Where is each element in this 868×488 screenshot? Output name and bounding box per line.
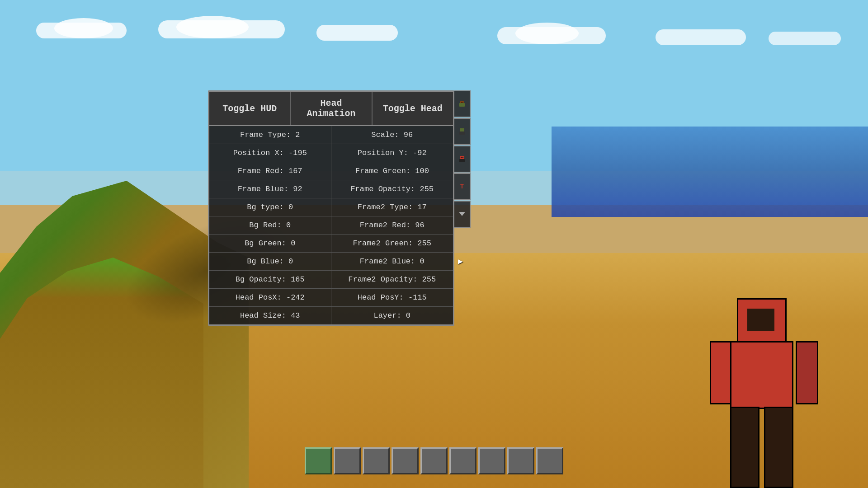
hud-panel: Toggle HUD Head Animation Toggle Head Fr… bbox=[208, 90, 454, 326]
hotbar-slot-3[interactable] bbox=[392, 447, 419, 474]
cloud-3 bbox=[316, 25, 398, 41]
svg-rect-8 bbox=[461, 157, 462, 158]
hotbar-slot-7[interactable] bbox=[507, 447, 534, 474]
clouds bbox=[0, 18, 868, 72]
bg-opacity: Bg Opacity: 165 bbox=[209, 271, 331, 289]
hotbar-slot-0[interactable] bbox=[305, 447, 332, 474]
bg-type: Bg type: 0 bbox=[209, 198, 331, 216]
side-btn-4[interactable]: T bbox=[454, 173, 471, 200]
hotbar-slot-5[interactable] bbox=[449, 447, 476, 474]
frame2-type: Frame2 Type: 17 bbox=[331, 198, 453, 216]
svg-rect-7 bbox=[459, 159, 465, 162]
side-btn-3[interactable] bbox=[454, 145, 471, 173]
hotbar bbox=[305, 447, 563, 474]
hotbar-slot-8[interactable] bbox=[536, 447, 563, 474]
svg-marker-10 bbox=[459, 212, 465, 216]
char-face bbox=[747, 309, 774, 331]
frame2-red: Frame2 Red: 96 bbox=[331, 216, 453, 235]
bg-blue: Bg Blue: 0 bbox=[209, 253, 331, 271]
layer: Layer: 0 bbox=[331, 307, 453, 324]
hotbar-slot-2[interactable] bbox=[363, 447, 390, 474]
hotbar-slot-4[interactable] bbox=[420, 447, 448, 474]
side-btn-1[interactable] bbox=[454, 90, 471, 117]
bg-green: Bg Green: 0 bbox=[209, 235, 331, 253]
frame-type: Frame Type: 2 bbox=[209, 126, 331, 144]
hotbar-slot-1[interactable] bbox=[334, 447, 361, 474]
data-grid: Frame Type: 2 Scale: 96 Position X: -195… bbox=[209, 126, 453, 324]
minecraft-character bbox=[714, 298, 814, 488]
char-arm-left bbox=[710, 341, 732, 404]
cloud-6 bbox=[769, 32, 841, 45]
svg-rect-9 bbox=[462, 157, 463, 158]
scale: Scale: 96 bbox=[331, 126, 453, 144]
side-buttons: T bbox=[454, 90, 471, 228]
frame-red: Frame Red: 167 bbox=[209, 162, 331, 180]
char-head bbox=[737, 298, 787, 343]
char-body bbox=[730, 341, 793, 409]
svg-rect-1 bbox=[459, 103, 465, 107]
frame2-green: Frame2 Green: 255 bbox=[331, 235, 453, 253]
char-leg-right bbox=[764, 407, 793, 488]
frame2-opacity: Frame2 Opacity: 255 bbox=[331, 271, 453, 289]
head-posx: Head PosX: -242 bbox=[209, 289, 331, 307]
frame-opacity: Frame Opacity: 255 bbox=[331, 180, 453, 198]
frame-green: Frame Green: 100 bbox=[331, 162, 453, 180]
svg-rect-5 bbox=[459, 131, 465, 135]
side-btn-2[interactable] bbox=[454, 118, 471, 145]
frame2-blue: Frame2 Blue: 0 bbox=[331, 253, 453, 271]
frame-blue: Frame Blue: 92 bbox=[209, 180, 331, 198]
button-row: Toggle HUD Head Animation Toggle Head bbox=[209, 92, 453, 126]
toggle-head-button[interactable]: Toggle Head bbox=[373, 92, 453, 125]
svg-rect-3 bbox=[462, 102, 463, 103]
position-y: Position Y: -92 bbox=[331, 144, 453, 162]
side-btn-5[interactable] bbox=[454, 201, 471, 228]
char-leg-left bbox=[730, 407, 760, 488]
head-size: Head Size: 43 bbox=[209, 307, 331, 324]
position-x: Position X: -195 bbox=[209, 144, 331, 162]
toggle-hud-button[interactable]: Toggle HUD bbox=[209, 92, 291, 125]
svg-rect-2 bbox=[461, 102, 462, 103]
head-animation-button[interactable]: Head Animation bbox=[291, 92, 372, 125]
cloud-5 bbox=[656, 29, 746, 45]
hotbar-slot-6[interactable] bbox=[478, 447, 505, 474]
bg-red: Bg Red: 0 bbox=[209, 216, 331, 235]
head-posy: Head PosY: -115 bbox=[331, 289, 453, 307]
char-arm-right bbox=[796, 341, 818, 404]
water bbox=[552, 127, 868, 217]
